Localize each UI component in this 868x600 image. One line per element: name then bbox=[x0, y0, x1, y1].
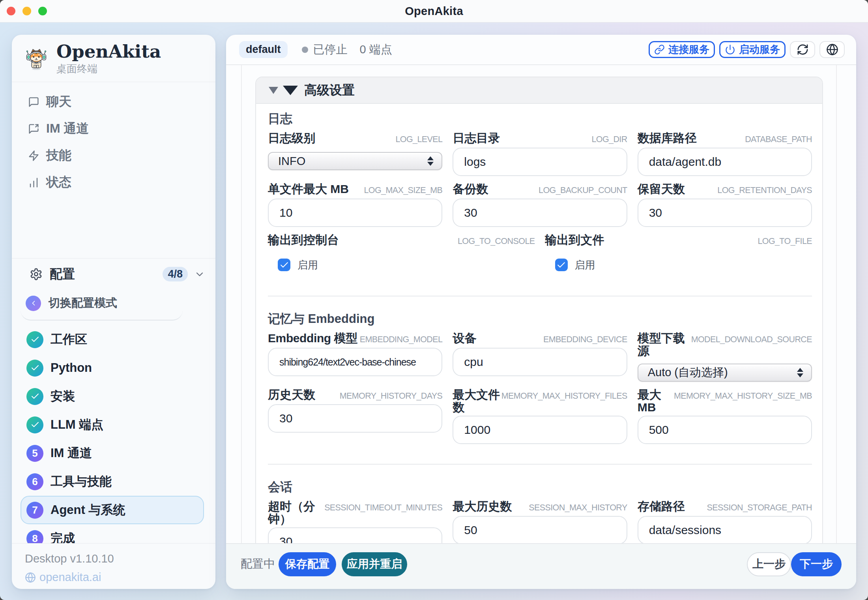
select-arrows-icon bbox=[797, 368, 803, 377]
log-dir-input[interactable] bbox=[453, 148, 627, 176]
step-python[interactable]: Python bbox=[21, 354, 204, 382]
model-download-source-select[interactable]: Auto (自动选择) bbox=[638, 364, 812, 382]
main-footer: 配置中 保存配置 应用并重启 上一步 下一步 bbox=[226, 543, 856, 589]
session-timeout-input[interactable] bbox=[268, 527, 442, 543]
step-tools-skills[interactable]: 6 工具与技能 bbox=[21, 467, 204, 496]
config-status-label: 配置中 bbox=[241, 556, 275, 572]
check-icon bbox=[26, 331, 43, 348]
website-label: openakita.ai bbox=[39, 571, 101, 584]
embedding-device-input[interactable] bbox=[453, 348, 627, 376]
sidebar-item-label: 状态 bbox=[46, 174, 71, 191]
zoom-window-button[interactable] bbox=[38, 7, 47, 15]
window-title: OpenAkita bbox=[405, 5, 463, 18]
sidebar-footer: Desktop v1.10.10 openakita.ai bbox=[12, 543, 215, 589]
step-finish[interactable]: 8 完成 bbox=[21, 524, 204, 543]
step-install[interactable]: 安装 bbox=[21, 382, 204, 411]
power-icon bbox=[725, 44, 735, 55]
globe-icon bbox=[25, 572, 36, 583]
endpoints-count: 0 端点 bbox=[360, 42, 392, 58]
check-icon bbox=[26, 416, 43, 433]
section-divider bbox=[268, 464, 812, 465]
globe-icon bbox=[826, 43, 838, 56]
field-log-dir: 日志目录 LOG_DIR bbox=[453, 132, 627, 176]
brand-subtitle: 桌面终端 bbox=[56, 63, 161, 75]
field-memory-max-mb: 最大 MB MEMORY_MAX_HISTORY_SIZE_MB bbox=[638, 388, 812, 444]
status-dot-icon bbox=[302, 47, 308, 53]
apply-restart-button[interactable]: 应用并重启 bbox=[342, 552, 407, 576]
refresh-button[interactable] bbox=[790, 41, 815, 58]
sidebar-item-chat[interactable]: 聊天 bbox=[12, 88, 215, 115]
profile-chip[interactable]: default bbox=[239, 41, 288, 58]
caret-down-icon bbox=[269, 87, 278, 94]
log-to-console-checkbox[interactable] bbox=[278, 259, 290, 271]
step-workspace[interactable]: 工作区 bbox=[21, 325, 204, 354]
minimize-window-button[interactable] bbox=[22, 7, 31, 15]
field-memory-history-days: 历史天数 MEMORY_HISTORY_DAYS bbox=[268, 388, 442, 444]
sidebar-item-skills[interactable]: 技能 bbox=[12, 142, 215, 169]
config-section-header[interactable]: 配置 4/8 bbox=[12, 259, 215, 290]
session-max-history-input[interactable] bbox=[453, 516, 627, 543]
field-log-level: 日志级别 LOG_LEVEL INFO bbox=[268, 132, 442, 176]
gear-icon bbox=[30, 268, 43, 281]
log-level-select[interactable]: INFO bbox=[268, 152, 442, 170]
field-model-download-source: 模型下载源 MODEL_DOWNLOAD_SOURCE Auto (自动选择) bbox=[638, 332, 812, 382]
session-storage-path-input[interactable] bbox=[638, 516, 812, 543]
close-window-button[interactable] bbox=[7, 7, 15, 15]
config-progress-badge: 4/8 bbox=[163, 267, 188, 281]
switch-config-mode-button[interactable]: 切换配置模式 bbox=[21, 295, 183, 311]
message-share-icon bbox=[28, 123, 39, 135]
sidebar-item-label: IM 通道 bbox=[46, 120, 89, 137]
log-max-size-input[interactable] bbox=[268, 199, 442, 227]
switch-mode-label: 切换配置模式 bbox=[49, 295, 117, 311]
connect-service-button[interactable]: 连接服务 bbox=[649, 41, 715, 58]
field-session-max-history: 最大历史数 SESSION_MAX_HISTORY bbox=[453, 500, 627, 543]
website-link[interactable]: openakita.ai bbox=[25, 571, 202, 584]
sidebar-menu: 聊天 IM 通道 技能 状态 bbox=[12, 82, 215, 196]
database-path-input[interactable] bbox=[638, 148, 812, 176]
language-button[interactable] bbox=[819, 41, 845, 58]
chevron-down-icon[interactable] bbox=[194, 269, 206, 280]
field-log-retention-days: 保留天数 LOG_RETENTION_DAYS bbox=[638, 183, 812, 227]
log-retention-days-input[interactable] bbox=[638, 199, 812, 227]
next-step-button[interactable]: 下一步 bbox=[791, 552, 842, 576]
log-to-file-checkbox[interactable] bbox=[555, 259, 568, 271]
main-panel: default 已停止 0 端点 连接服务 启动服务 bbox=[226, 35, 856, 589]
step-agent-system[interactable]: 7 Agent 与系统 bbox=[21, 496, 204, 524]
field-memory-max-files: 最大文件数 MEMORY_MAX_HISTORY_FILES bbox=[453, 388, 627, 444]
section-divider bbox=[268, 296, 812, 296]
switch-mode-wrap: 切换配置模式 bbox=[21, 290, 183, 321]
app-version: Desktop v1.10.10 bbox=[25, 552, 202, 565]
logs-grid-row2: 输出到控制台 LOG_TO_CONSOLE 启用 输出到文 bbox=[268, 234, 812, 276]
section-title-memory: 记忆与 Embedding bbox=[268, 312, 812, 326]
step-llm-endpoints[interactable]: LLM 端点 bbox=[21, 411, 204, 439]
log-backup-count-input[interactable] bbox=[453, 199, 627, 227]
memory-max-mb-input[interactable] bbox=[638, 416, 812, 444]
memory-max-files-input[interactable] bbox=[453, 416, 627, 444]
embedding-model-input[interactable] bbox=[268, 348, 442, 376]
session-grid: 超时（分钟） SESSION_TIMEOUT_MINUTES 最大历史数 SES… bbox=[268, 500, 812, 543]
prev-step-button[interactable]: 上一步 bbox=[747, 552, 791, 576]
refresh-icon bbox=[797, 43, 809, 56]
memory-history-days-input[interactable] bbox=[268, 404, 442, 433]
field-log-to-file: 输出到文件 LOG_TO_FILE 启用 bbox=[545, 234, 812, 276]
config-scroll-area[interactable]: 高级设置 日志 日志级别 LOG_LEVEL bbox=[241, 65, 837, 543]
link-icon bbox=[654, 44, 665, 55]
sidebar-item-im-channels[interactable]: IM 通道 bbox=[12, 115, 215, 142]
check-icon bbox=[279, 260, 289, 270]
status-label: 已停止 bbox=[313, 42, 348, 58]
advanced-settings-title: 高级设置 bbox=[304, 82, 355, 99]
step-number: 8 bbox=[26, 530, 43, 544]
sidebar-item-status[interactable]: 状态 bbox=[12, 169, 215, 196]
service-status: 已停止 bbox=[302, 42, 348, 58]
advanced-settings-summary[interactable]: 高级设置 bbox=[256, 77, 822, 104]
field-database-path: 数据库路径 DATABASE_PATH bbox=[638, 132, 812, 176]
start-service-button[interactable]: 启动服务 bbox=[719, 41, 786, 58]
save-config-button[interactable]: 保存配置 bbox=[279, 552, 336, 576]
chat-icon bbox=[28, 96, 39, 108]
step-im-channels[interactable]: 5 IM 通道 bbox=[21, 439, 204, 467]
check-icon bbox=[26, 360, 43, 377]
chevron-left-icon bbox=[26, 296, 41, 311]
step-number: 6 bbox=[26, 473, 43, 490]
select-arrows-icon bbox=[427, 156, 434, 166]
advanced-settings-body: 日志 日志级别 LOG_LEVEL INFO bbox=[256, 104, 822, 543]
